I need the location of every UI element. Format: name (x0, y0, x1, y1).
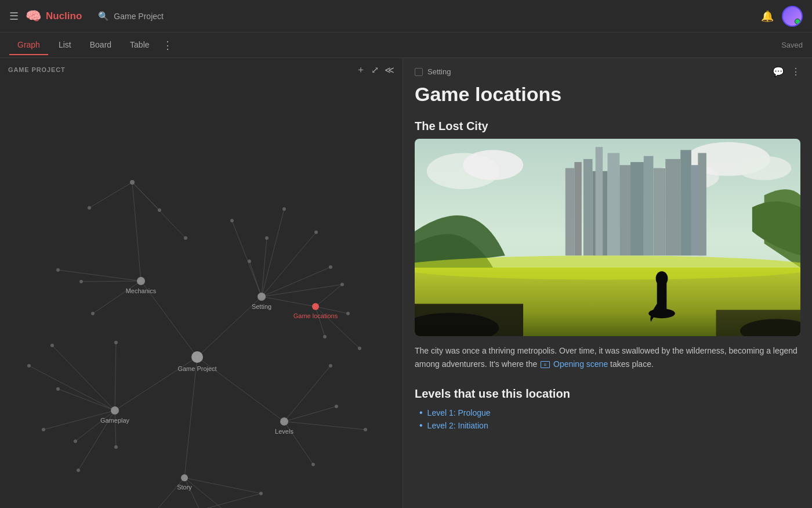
graph-node[interactable] (88, 206, 91, 210)
graph-node[interactable] (364, 428, 367, 431)
svg-point-70 (56, 387, 60, 391)
graph-node[interactable]: Game locations (293, 303, 338, 319)
graph-node[interactable] (50, 344, 54, 347)
list-item[interactable]: Level 1: Prologue (419, 406, 800, 419)
graph-node[interactable] (323, 335, 327, 338)
graph-node[interactable] (79, 280, 83, 283)
graph-node[interactable] (340, 283, 344, 286)
svg-rect-100 (619, 165, 630, 255)
svg-line-40 (143, 493, 261, 508)
svg-point-90 (329, 364, 332, 368)
graph-node[interactable] (77, 469, 80, 472)
opening-scene-link[interactable]: Opening scene (553, 359, 608, 369)
expand-graph-button[interactable]: ⤢ (371, 64, 379, 75)
app-name: Nuclino (46, 10, 82, 22)
graph-node[interactable] (42, 428, 45, 431)
tab-table[interactable]: Table (122, 35, 157, 55)
svg-point-84 (265, 236, 269, 240)
search-bar[interactable]: 🔍 Game Project (98, 11, 164, 21)
svg-line-25 (115, 343, 116, 410)
svg-text:Game Project: Game Project (177, 365, 216, 372)
tab-board[interactable]: Board (82, 35, 119, 55)
more-options-icon[interactable]: ⋮ (791, 66, 800, 77)
svg-point-83 (248, 260, 251, 263)
svg-line-28 (75, 410, 115, 441)
svg-point-86 (364, 428, 367, 431)
graph-node[interactable] (314, 230, 318, 234)
graph-actions: ＋ ⤢ ≪ (356, 64, 394, 76)
svg-point-93 (463, 150, 523, 180)
more-tabs-icon[interactable]: ⋮ (162, 39, 173, 52)
graph-node[interactable]: Game Project (177, 351, 216, 372)
graph-node[interactable] (91, 312, 95, 315)
svg-rect-108 (698, 153, 706, 256)
svg-line-10 (89, 182, 132, 208)
svg-point-71 (74, 439, 77, 443)
svg-rect-107 (596, 147, 603, 255)
svg-line-27 (58, 389, 115, 410)
search-text: Game Project (114, 12, 164, 21)
svg-rect-109 (566, 168, 575, 256)
svg-line-16 (262, 267, 331, 297)
graph-node[interactable] (311, 463, 315, 466)
graph-canvas[interactable]: Game ProjectMechanicsSettingGame locatio… (0, 81, 403, 508)
svg-point-42 (191, 351, 203, 363)
menu-icon[interactable]: ☰ (9, 10, 19, 23)
graph-node[interactable] (346, 312, 350, 315)
graph-node[interactable] (230, 219, 234, 222)
graph-node[interactable] (335, 405, 338, 408)
detail-panel: Setting 💬 ⋮ Game locations The Lost City (403, 58, 812, 508)
setting-checkbox[interactable] (415, 68, 423, 76)
svg-point-68 (114, 341, 118, 344)
graph-node[interactable] (114, 445, 118, 449)
avatar[interactable] (782, 6, 803, 27)
svg-point-95 (737, 156, 792, 181)
svg-point-80 (346, 312, 350, 315)
svg-point-64 (79, 280, 83, 283)
graph-node[interactable] (56, 268, 60, 272)
svg-text:Levels: Levels (275, 428, 293, 435)
detail-body-text: The city was once a thriving metropolis.… (403, 344, 812, 379)
comment-icon[interactable]: 💬 (773, 66, 784, 77)
graph-node[interactable] (130, 180, 135, 185)
graph-node[interactable] (358, 347, 361, 350)
svg-text:Game locations: Game locations (293, 312, 338, 319)
graph-node[interactable] (74, 439, 77, 443)
graph-node[interactable]: Setting (252, 293, 271, 310)
main-content: GAME PROJECT ＋ ⤢ ≪ Game ProjectMechanics… (0, 58, 812, 508)
graph-node[interactable] (56, 387, 60, 391)
list-item[interactable]: Level 2: Initiation (419, 419, 800, 432)
graph-node[interactable] (27, 364, 31, 368)
topbar: ☰ 🧠 Nuclino 🔍 Game Project 🔔 (0, 0, 812, 33)
graph-header: GAME PROJECT ＋ ⤢ ≪ (0, 58, 403, 81)
graph-node[interactable] (265, 236, 269, 240)
tab-graph[interactable]: Graph (9, 35, 48, 55)
add-node-button[interactable]: ＋ (356, 64, 365, 76)
tab-list[interactable]: List (50, 35, 79, 55)
svg-line-24 (52, 345, 115, 410)
svg-point-112 (415, 255, 800, 280)
svg-point-63 (56, 268, 60, 272)
svg-point-72 (42, 428, 45, 431)
graph-node[interactable]: Levels (275, 417, 293, 435)
graph-node[interactable] (114, 341, 118, 344)
brain-icon: 🧠 (26, 9, 41, 24)
svg-point-87 (311, 463, 315, 466)
svg-point-82 (358, 347, 361, 350)
search-icon: 🔍 (98, 11, 109, 21)
notification-icon[interactable]: 🔔 (761, 10, 774, 23)
graph-node[interactable] (184, 236, 187, 240)
svg-text:Setting: Setting (252, 303, 271, 310)
graph-node[interactable] (248, 260, 251, 263)
graph-node[interactable] (329, 265, 332, 269)
graph-node[interactable] (259, 492, 263, 495)
svg-point-81 (323, 335, 327, 338)
graph-node[interactable] (158, 208, 161, 212)
graph-node[interactable] (282, 207, 286, 211)
svg-point-79 (340, 283, 344, 286)
collapse-panel-button[interactable]: ≪ (385, 64, 394, 75)
logo[interactable]: 🧠 Nuclino (26, 9, 82, 24)
svg-line-35 (284, 366, 331, 421)
svg-rect-102 (644, 156, 654, 255)
graph-node[interactable] (329, 364, 332, 368)
